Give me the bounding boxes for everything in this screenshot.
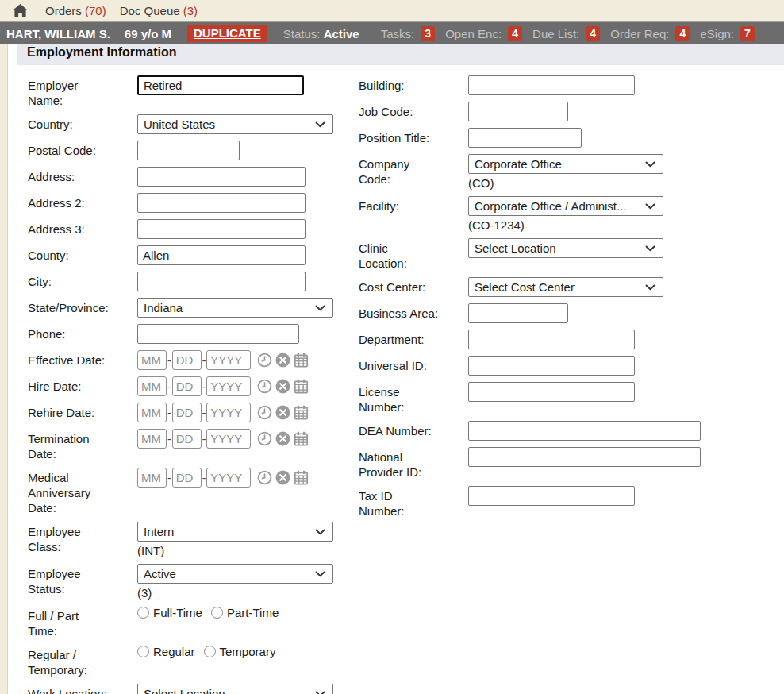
status-value: Active (324, 27, 359, 40)
employee-class-select[interactable]: Intern (137, 522, 333, 542)
effective-date-mm-input[interactable] (137, 350, 167, 370)
counter-badge[interactable]: 3 (421, 26, 435, 41)
regular-temporary-option-temporary[interactable]: Temporary (204, 645, 276, 658)
home-icon[interactable] (12, 3, 29, 19)
rehire-date-yyyy-input[interactable] (206, 403, 251, 422)
business-area-label: Business Area: (359, 303, 443, 321)
field-employee-status: Employee Status:Active (3) (28, 564, 359, 600)
chevron-down-icon (315, 121, 325, 128)
medical-anniversary-date-clear-icon[interactable] (275, 470, 290, 485)
address-2-input[interactable] (137, 193, 306, 213)
top-link-count: (3) (183, 4, 198, 17)
building-label: Building: (359, 75, 443, 93)
field-county: County: (28, 245, 359, 265)
patient-counters: Tasks:3Open Enc:4Due List:4Order Req:4eS… (371, 26, 755, 41)
hire-date-calendar-icon[interactable] (294, 379, 309, 394)
termination-date-calendar-icon[interactable] (294, 431, 309, 446)
termination-date-clear-icon[interactable] (275, 431, 290, 446)
effective-date-yyyy-input[interactable] (206, 350, 251, 370)
counter-badge[interactable]: 4 (508, 26, 522, 41)
field-state-province: State/Province:Indiana (28, 298, 359, 318)
country-select[interactable]: United States (137, 114, 333, 134)
rehire-date-dd-input[interactable] (172, 403, 202, 422)
date-separator: - (202, 380, 206, 393)
chevron-down-icon (645, 284, 655, 291)
employee-status-select[interactable]: Active (137, 564, 333, 584)
state-province-select[interactable]: Indiana (137, 298, 333, 318)
radio-option-label: Full-Time (153, 606, 202, 619)
city-input[interactable] (137, 272, 306, 291)
rehire-date-clock-icon[interactable] (257, 405, 272, 420)
company-code-select[interactable]: Corporate Office (468, 154, 663, 174)
effective-date-clear-icon[interactable] (275, 353, 290, 368)
counter-badge[interactable]: 4 (586, 26, 600, 41)
counter-badge[interactable]: 4 (675, 26, 690, 41)
postal-code-input[interactable] (137, 141, 240, 160)
clinic-location-select[interactable]: Select Location (468, 238, 663, 258)
top-link-count: (70) (85, 4, 106, 17)
hire-date-clock-icon[interactable] (257, 379, 272, 394)
hire-date-dd-input[interactable] (172, 376, 202, 396)
cost-center-select[interactable]: Select Cost Center (468, 277, 663, 297)
hire-date-mm-input[interactable] (137, 376, 167, 396)
rehire-date-calendar-icon[interactable] (294, 405, 309, 420)
phone-input[interactable] (137, 324, 299, 344)
regular-temporary-option-regular[interactable]: Regular (137, 645, 195, 658)
top-link-orders[interactable]: Orders (70) (45, 4, 106, 17)
termination-date-mm-input[interactable] (137, 429, 167, 449)
address-3-input[interactable] (137, 219, 306, 239)
full-part-time-label: Full / Part Time: (28, 606, 112, 638)
building-input[interactable] (468, 75, 635, 95)
phone-label: Phone: (28, 324, 112, 341)
medical-anniversary-date-dd-input[interactable] (172, 468, 202, 488)
county-input[interactable] (137, 245, 306, 265)
medical-anniversary-date-calendar-icon[interactable] (294, 470, 309, 485)
field-rehire-date: Rehire Date:-- (28, 403, 359, 422)
medical-anniversary-date-clock-icon[interactable] (257, 470, 272, 485)
postal-code-label: Postal Code: (28, 141, 112, 158)
work-location-select[interactable]: Select Location (137, 684, 333, 694)
rehire-date-clear-icon[interactable] (275, 405, 290, 420)
license-number-input[interactable] (468, 382, 635, 402)
employer-name-label: Employer Name: (28, 75, 112, 108)
rehire-date-mm-input[interactable] (137, 403, 167, 422)
top-link-label: Orders (45, 4, 82, 17)
regular-temporary-radio[interactable] (137, 646, 149, 657)
termination-date-yyyy-input[interactable] (206, 429, 251, 449)
employee-status-label: Employee Status: (28, 564, 112, 596)
duplicate-badge[interactable]: DUPLICATE (187, 25, 267, 42)
top-link-doc-queue[interactable]: Doc Queue (3) (120, 4, 198, 17)
dea-number-input[interactable] (468, 421, 701, 441)
job-code-input[interactable] (468, 102, 568, 121)
employee-class-label: Employee Class: (28, 522, 112, 554)
national-provider-id-input[interactable] (468, 447, 701, 467)
position-title-input[interactable] (468, 128, 582, 148)
business-area-input[interactable] (468, 303, 568, 323)
hire-date-yyyy-input[interactable] (206, 376, 251, 396)
employee-status-code-note: (3) (137, 586, 333, 600)
address-input[interactable] (137, 167, 306, 187)
effective-date-dd-input[interactable] (172, 350, 202, 370)
counter-badge[interactable]: 7 (740, 26, 755, 41)
facility-select[interactable]: Corporate Office / Administ... (468, 196, 663, 216)
full-part-time-radio[interactable] (137, 607, 149, 619)
effective-date-calendar-icon[interactable] (294, 353, 309, 368)
chevron-down-icon (645, 203, 655, 210)
termination-date-clock-icon[interactable] (257, 431, 272, 446)
medical-anniversary-date-yyyy-input[interactable] (206, 468, 251, 488)
hire-date-clear-icon[interactable] (275, 379, 290, 394)
tax-id-number-input[interactable] (468, 486, 635, 506)
medical-anniversary-date-mm-input[interactable] (137, 468, 167, 488)
universal-id-input[interactable] (468, 356, 635, 376)
employer-name-input[interactable] (137, 75, 304, 95)
termination-date-dd-input[interactable] (172, 429, 202, 449)
field-address-2: Address 2: (28, 193, 359, 213)
full-part-time-option-full-time[interactable]: Full-Time (137, 606, 202, 619)
state-province-selected-value: Indiana (144, 301, 183, 314)
regular-temporary-radio[interactable] (204, 646, 216, 657)
full-part-time-option-part-time[interactable]: Part-Time (211, 606, 279, 619)
full-part-time-radio[interactable] (211, 607, 223, 619)
effective-date-clock-icon[interactable] (257, 353, 272, 368)
department-input[interactable] (468, 330, 635, 349)
universal-id-label: Universal ID: (359, 356, 443, 373)
